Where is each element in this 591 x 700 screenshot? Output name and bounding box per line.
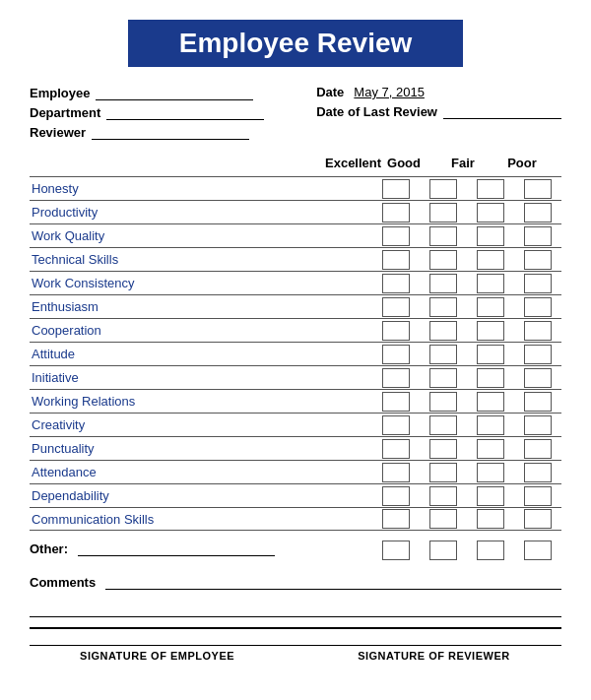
- info-left: Employee Department Reviewer: [30, 85, 264, 140]
- criteria-3-fair-box[interactable]: [477, 250, 504, 270]
- reviewer-input[interactable]: [92, 124, 249, 140]
- criteria-boxes-2: [382, 226, 552, 246]
- other-fair-box[interactable]: [477, 541, 504, 560]
- reviewer-signature-block: SIGNATURE OF REVIEWER: [306, 650, 561, 662]
- criteria-7-good-box[interactable]: [429, 345, 457, 364]
- comments-input-1[interactable]: [105, 574, 561, 590]
- criteria-label-8: Initiative: [30, 370, 382, 385]
- criteria-9-poor-box[interactable]: [524, 392, 552, 412]
- criteria-7-poor-box[interactable]: [524, 345, 552, 364]
- other-poor-box[interactable]: [524, 541, 552, 560]
- criteria-6-good-box[interactable]: [429, 321, 457, 341]
- criteria-6-fair-box[interactable]: [477, 321, 504, 341]
- criteria-5-good-box[interactable]: [429, 297, 457, 317]
- criteria-8-good-box[interactable]: [429, 368, 457, 388]
- good-header: Good: [384, 156, 424, 170]
- department-input[interactable]: [106, 104, 264, 120]
- criteria-13-fair-box[interactable]: [477, 486, 504, 506]
- page-title: Employee Review: [128, 20, 463, 67]
- criteria-14-poor-box[interactable]: [524, 509, 552, 529]
- other-excellent-box[interactable]: [382, 541, 410, 560]
- criteria-3-excellent-box[interactable]: [382, 250, 410, 270]
- criteria-2-poor-box[interactable]: [524, 226, 552, 246]
- criteria-row: Attitude: [30, 342, 561, 365]
- date-row: Date May 7, 2015: [316, 85, 561, 99]
- criteria-13-good-box[interactable]: [429, 486, 457, 506]
- criteria-1-fair-box[interactable]: [477, 203, 504, 223]
- criteria-2-good-box[interactable]: [429, 226, 457, 246]
- criteria-9-fair-box[interactable]: [477, 392, 504, 412]
- criteria-14-good-box[interactable]: [429, 509, 457, 529]
- criteria-boxes-7: [382, 345, 552, 364]
- other-input[interactable]: [78, 541, 275, 556]
- criteria-7-excellent-box[interactable]: [382, 345, 410, 364]
- criteria-boxes-0: [382, 179, 552, 199]
- criteria-12-good-box[interactable]: [429, 463, 457, 482]
- criteria-2-excellent-box[interactable]: [382, 226, 410, 246]
- criteria-13-poor-box[interactable]: [524, 486, 552, 506]
- criteria-5-poor-box[interactable]: [524, 297, 552, 317]
- criteria-row: Punctuality: [30, 436, 561, 460]
- criteria-5-excellent-box[interactable]: [382, 297, 410, 317]
- criteria-1-excellent-box[interactable]: [382, 203, 410, 223]
- criteria-8-poor-box[interactable]: [524, 368, 552, 388]
- criteria-0-poor-box[interactable]: [524, 179, 552, 199]
- criteria-1-good-box[interactable]: [429, 203, 457, 223]
- criteria-12-excellent-box[interactable]: [382, 463, 410, 482]
- criteria-boxes-14: [382, 509, 552, 529]
- criteria-4-good-box[interactable]: [429, 274, 457, 293]
- criteria-7-fair-box[interactable]: [477, 345, 504, 364]
- criteria-row: Working Relations: [30, 389, 561, 413]
- criteria-4-poor-box[interactable]: [524, 274, 552, 293]
- criteria-8-excellent-box[interactable]: [382, 368, 410, 388]
- criteria-11-excellent-box[interactable]: [382, 439, 410, 459]
- criteria-2-fair-box[interactable]: [477, 226, 504, 246]
- criteria-11-good-box[interactable]: [429, 439, 457, 459]
- criteria-boxes-9: [382, 392, 552, 412]
- criteria-5-fair-box[interactable]: [477, 297, 504, 317]
- criteria-6-excellent-box[interactable]: [382, 321, 410, 341]
- criteria-14-excellent-box[interactable]: [382, 509, 410, 529]
- criteria-boxes-4: [382, 274, 552, 293]
- criteria-label-3: Technical Skills: [30, 252, 382, 267]
- criteria-3-good-box[interactable]: [429, 250, 457, 270]
- other-label: Other:: [30, 541, 68, 556]
- criteria-0-fair-box[interactable]: [477, 179, 504, 199]
- criteria-1-poor-box[interactable]: [524, 203, 552, 223]
- criteria-label-6: Cooperation: [30, 323, 382, 338]
- criteria-9-excellent-box[interactable]: [382, 392, 410, 412]
- criteria-10-good-box[interactable]: [429, 415, 457, 435]
- other-section: Other:: [30, 541, 561, 560]
- criteria-9-good-box[interactable]: [429, 392, 457, 412]
- last-review-input[interactable]: [443, 103, 561, 119]
- criteria-4-fair-box[interactable]: [477, 274, 504, 293]
- criteria-12-poor-box[interactable]: [524, 463, 552, 482]
- department-row: Department: [30, 104, 264, 120]
- info-section: Employee Department Reviewer Date May 7,…: [30, 85, 561, 140]
- criteria-label-14: Communication Skills: [30, 512, 382, 527]
- criteria-0-excellent-box[interactable]: [382, 179, 410, 199]
- other-row: Other:: [30, 541, 275, 556]
- criteria-boxes-13: [382, 486, 552, 506]
- criteria-label-11: Punctuality: [30, 441, 382, 456]
- criteria-6-poor-box[interactable]: [524, 321, 552, 341]
- criteria-10-fair-box[interactable]: [477, 415, 504, 435]
- criteria-13-excellent-box[interactable]: [382, 486, 410, 506]
- signature-separator: [30, 627, 561, 629]
- reviewer-row: Reviewer: [30, 124, 264, 140]
- criteria-11-fair-box[interactable]: [477, 439, 504, 459]
- criteria-4-excellent-box[interactable]: [382, 274, 410, 293]
- criteria-14-fair-box[interactable]: [477, 509, 504, 529]
- criteria-boxes-11: [382, 439, 552, 459]
- comments-input-2[interactable]: [30, 602, 561, 617]
- employee-input[interactable]: [96, 85, 253, 100]
- criteria-3-poor-box[interactable]: [524, 250, 552, 270]
- criteria-11-poor-box[interactable]: [524, 439, 552, 459]
- criteria-12-fair-box[interactable]: [477, 463, 504, 482]
- criteria-10-excellent-box[interactable]: [382, 415, 410, 435]
- criteria-0-good-box[interactable]: [429, 179, 457, 199]
- other-good-box[interactable]: [429, 541, 457, 560]
- criteria-boxes-1: [382, 203, 552, 223]
- criteria-8-fair-box[interactable]: [477, 368, 504, 388]
- criteria-10-poor-box[interactable]: [524, 415, 552, 435]
